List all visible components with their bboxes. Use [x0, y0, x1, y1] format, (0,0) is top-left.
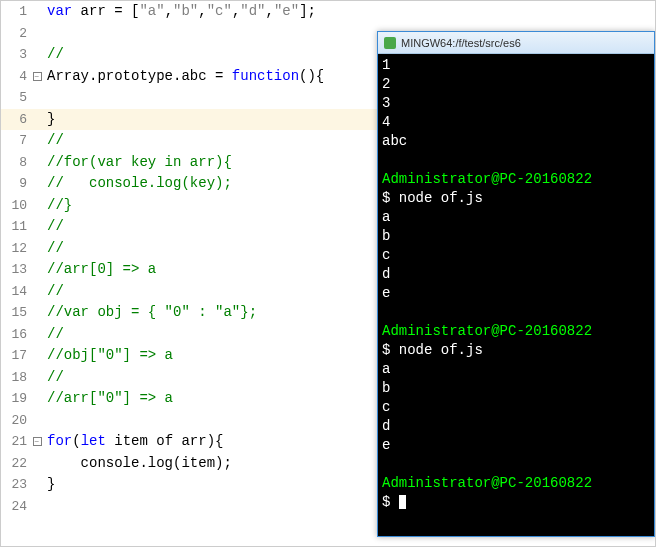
line-number: 6 — [1, 109, 31, 131]
code-content[interactable]: // — [43, 367, 64, 389]
code-content[interactable]: console.log(item); — [43, 453, 232, 475]
terminal-output-line: b — [382, 227, 650, 246]
code-content[interactable] — [43, 496, 47, 518]
code-content[interactable]: //} — [43, 195, 72, 217]
terminal-prompt-line: Administrator@PC-20160822 — [382, 322, 650, 341]
code-token: "e" — [274, 3, 299, 19]
terminal-output-line: e — [382, 284, 650, 303]
code-content[interactable]: // — [43, 44, 64, 66]
code-content[interactable]: //arr["0"] => a — [43, 388, 173, 410]
terminal-output-line — [382, 151, 650, 170]
line-number: 8 — [1, 152, 31, 174]
code-content[interactable] — [43, 410, 47, 432]
terminal-output-line: $ node of.js — [382, 341, 650, 360]
code-token: arr = [ — [72, 3, 139, 19]
code-content[interactable]: Array.prototype.abc = function(){ — [43, 66, 324, 88]
code-token: //for(var key in arr){ — [47, 154, 232, 170]
code-content[interactable]: // — [43, 324, 64, 346]
line-number: 22 — [1, 453, 31, 475]
code-content[interactable]: //for(var key in arr){ — [43, 152, 232, 174]
code-content[interactable]: } — [43, 109, 55, 131]
code-token: "b" — [173, 3, 198, 19]
code-token: // — [47, 132, 64, 148]
fold-gutter — [31, 453, 43, 475]
code-token: "a" — [139, 3, 164, 19]
code-line[interactable]: 1var arr = ["a","b","c","d","e"]; — [1, 1, 656, 23]
fold-gutter — [31, 87, 43, 109]
fold-gutter[interactable]: − — [31, 66, 43, 88]
terminal-output-line: $ — [382, 493, 650, 512]
code-token: , — [198, 3, 206, 19]
code-content[interactable]: // console.log(key); — [43, 173, 232, 195]
terminal-output-line: 4 — [382, 113, 650, 132]
code-token: for — [47, 433, 72, 449]
code-token: "c" — [207, 3, 232, 19]
terminal-output-line — [382, 303, 650, 322]
code-token: // — [47, 369, 64, 385]
line-number: 4 — [1, 66, 31, 88]
line-number: 5 — [1, 87, 31, 109]
fold-gutter — [31, 281, 43, 303]
line-number: 16 — [1, 324, 31, 346]
line-number: 24 — [1, 496, 31, 518]
line-number: 21 — [1, 431, 31, 453]
fold-gutter — [31, 474, 43, 496]
code-content[interactable]: //obj["0"] => a — [43, 345, 173, 367]
terminal-icon — [384, 37, 396, 49]
fold-gutter — [31, 345, 43, 367]
code-token: //arr[0] => a — [47, 261, 156, 277]
terminal-output-line: 1 — [382, 56, 650, 75]
code-token: "d" — [240, 3, 265, 19]
line-number: 7 — [1, 130, 31, 152]
fold-gutter — [31, 367, 43, 389]
fold-gutter — [31, 216, 43, 238]
fold-gutter[interactable]: − — [31, 431, 43, 453]
code-token: } — [47, 111, 55, 127]
fold-gutter — [31, 259, 43, 281]
terminal-output-line: 3 — [382, 94, 650, 113]
fold-gutter — [31, 44, 43, 66]
code-content[interactable]: var arr = ["a","b","c","d","e"]; — [43, 1, 316, 23]
fold-gutter — [31, 152, 43, 174]
code-token: //arr["0"] => a — [47, 390, 173, 406]
terminal-body[interactable]: 1234abc Administrator@PC-20160822$ node … — [378, 54, 654, 536]
code-content[interactable]: //var obj = { "0" : "a"}; — [43, 302, 257, 324]
fold-minus-icon[interactable]: − — [33, 437, 42, 446]
line-number: 1 — [1, 1, 31, 23]
line-number: 19 — [1, 388, 31, 410]
fold-minus-icon[interactable]: − — [33, 72, 42, 81]
line-number: 11 — [1, 216, 31, 238]
terminal-output-line: a — [382, 208, 650, 227]
code-token: var — [47, 3, 72, 19]
code-token: // — [47, 326, 64, 342]
code-token: } — [47, 476, 55, 492]
code-content[interactable]: for(let item of arr){ — [43, 431, 223, 453]
code-content[interactable]: // — [43, 216, 64, 238]
terminal-output-line: 2 — [382, 75, 650, 94]
line-number: 12 — [1, 238, 31, 260]
fold-gutter — [31, 23, 43, 45]
line-number: 15 — [1, 302, 31, 324]
line-number: 14 — [1, 281, 31, 303]
code-content[interactable]: // — [43, 281, 64, 303]
code-token: //var obj = { "0" : "a"}; — [47, 304, 257, 320]
terminal-titlebar[interactable]: MINGW64:/f/test/src/es6 — [378, 32, 654, 54]
code-content[interactable]: // — [43, 238, 64, 260]
terminal-output-line: d — [382, 265, 650, 284]
code-token: console.log(item); — [47, 455, 232, 471]
code-content[interactable]: //arr[0] => a — [43, 259, 156, 281]
code-token: // — [47, 283, 64, 299]
code-token: Array.prototype.abc = — [47, 68, 232, 84]
code-content[interactable]: } — [43, 474, 55, 496]
line-number: 3 — [1, 44, 31, 66]
line-number: 10 — [1, 195, 31, 217]
line-number: 18 — [1, 367, 31, 389]
terminal-prompt-line: Administrator@PC-20160822 — [382, 170, 650, 189]
code-content[interactable]: // — [43, 130, 64, 152]
fold-gutter — [31, 1, 43, 23]
terminal-window[interactable]: MINGW64:/f/test/src/es6 1234abc Administ… — [377, 31, 655, 537]
code-content[interactable] — [43, 23, 47, 45]
code-content[interactable] — [43, 87, 47, 109]
fold-gutter — [31, 410, 43, 432]
line-number: 9 — [1, 173, 31, 195]
